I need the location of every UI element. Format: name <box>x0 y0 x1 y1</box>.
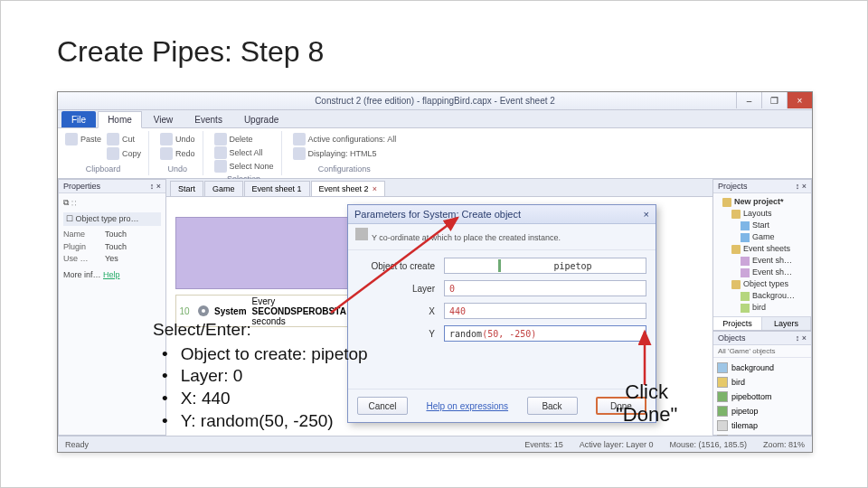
display-icon <box>293 147 306 160</box>
info-icon <box>355 228 368 240</box>
projects-pin[interactable]: ↕ × <box>796 182 807 191</box>
help-expressions-link[interactable]: Help on expressions <box>426 401 508 411</box>
undo-button[interactable]: Undo <box>160 133 195 145</box>
y-input[interactable]: random(50, -250) <box>444 325 646 342</box>
projects-panel: Projects↕ × New project* Layouts Start G… <box>712 179 812 331</box>
selectnone-icon <box>214 160 227 173</box>
properties-toolbar[interactable]: ⧉ ∷ <box>63 197 161 210</box>
paste-button[interactable]: Paste <box>65 133 101 145</box>
group-undo: Undo <box>160 164 195 174</box>
object-item[interactable]: tilemap <box>717 418 807 433</box>
tab-home[interactable]: Home <box>98 111 142 128</box>
status-events: Events: 15 <box>524 440 563 449</box>
object-input[interactable]: pipetop <box>444 258 646 274</box>
tab-start[interactable]: Start <box>170 181 203 196</box>
prop-name-key: Name <box>63 229 101 241</box>
group-configurations: Configurations <box>293 164 397 174</box>
maximize-button[interactable]: ❐ <box>761 92 787 108</box>
objects-pin[interactable]: ↕ × <box>796 333 807 343</box>
tab-file[interactable]: File <box>61 111 96 127</box>
eventsheet-icon <box>741 257 750 266</box>
status-mouse: Mouse: (1516, 185.5) <box>669 440 747 449</box>
dialog-title: Parameters for System: Create object <box>354 209 521 220</box>
x-label: X <box>357 306 444 316</box>
x-input[interactable]: 440 <box>444 303 646 319</box>
object-item[interactable]: pipetop <box>717 404 807 418</box>
parameters-dialog: Parameters for System: Create object × Y… <box>347 204 656 423</box>
properties-pin[interactable]: ↕ × <box>150 182 161 191</box>
status-zoom: Zoom: 81% <box>763 440 805 449</box>
objects-title: Objects <box>718 333 746 343</box>
object-item[interactable]: background <box>717 361 807 375</box>
status-bar: Ready Events: 15 Active layer: Layer 0 M… <box>58 436 812 452</box>
prop-name-val[interactable]: Touch <box>105 229 127 241</box>
object-label: Object to create <box>357 261 444 271</box>
tab-view[interactable]: View <box>144 111 184 127</box>
svg-point-1 <box>202 309 205 313</box>
gear-icon <box>196 304 211 318</box>
copy-button[interactable]: Copy <box>107 147 141 160</box>
objects-sub: All 'Game' objects <box>713 345 811 358</box>
close-icon[interactable]: × <box>373 184 377 193</box>
prop-moreinfo: More inf… <box>63 270 101 279</box>
ribbon: Paste Cut Copy Clipboard Undo Redo Undo … <box>58 128 812 179</box>
dialog-description: Y co-ordinate at which to place the crea… <box>372 233 561 242</box>
redo-button[interactable]: Redo <box>160 147 195 160</box>
tab-game[interactable]: Game <box>204 181 243 196</box>
activecfg-label[interactable]: Active configurations: All <box>293 133 397 145</box>
undo-icon <box>160 133 173 145</box>
event-number: 10 <box>176 306 193 316</box>
dialog-close-button[interactable]: × <box>644 209 649 220</box>
prop-plugin-key: Plugin <box>63 241 101 254</box>
event-line1: Every <box>252 296 346 306</box>
tab-projects[interactable]: Projects <box>713 317 762 330</box>
folder-icon <box>731 210 741 219</box>
redo-icon <box>160 147 173 160</box>
status-layer: Active layer: Layer 0 <box>580 440 654 449</box>
event-object: System <box>214 306 247 316</box>
prop-use-key: Use … <box>63 253 101 266</box>
projects-title: Projects <box>718 182 748 191</box>
prop-plugin-val: Touch <box>105 241 127 254</box>
event-line2: SECONDSPEROBSTA <box>252 306 346 316</box>
eventsheet-icon <box>741 268 750 277</box>
tab-eventsheet2[interactable]: Event sheet 2× <box>311 181 385 196</box>
objects-panel: Objects↕ × All 'Game' objects background… <box>712 331 812 436</box>
folder-icon <box>731 245 741 254</box>
status-ready: Ready <box>65 440 89 449</box>
object-item[interactable]: pipebottom <box>717 389 807 404</box>
selectnone-button[interactable]: Select None <box>214 160 274 173</box>
config-icon <box>293 133 306 145</box>
folder-icon <box>731 280 741 289</box>
ribbon-tabstrip: File Home View Events Upgrade <box>58 110 812 128</box>
selectall-button[interactable]: Select All <box>214 146 274 159</box>
tab-layers[interactable]: Layers <box>762 317 811 330</box>
properties-title: Properties <box>63 182 100 191</box>
displaying-label[interactable]: Displaying: HTML5 <box>293 147 397 160</box>
cut-button[interactable]: Cut <box>107 133 141 145</box>
object-item[interactable]: bird <box>717 375 807 389</box>
layer-input[interactable]: 0 <box>444 280 646 296</box>
group-clipboard: Clipboard <box>65 164 141 174</box>
instruction-list: Select/Enter: Object to create: pipetop … <box>153 319 368 432</box>
folder-icon <box>722 198 731 207</box>
close-button[interactable]: × <box>787 92 812 108</box>
prop-help-link[interactable]: Help <box>103 270 120 279</box>
prop-use-val[interactable]: Yes <box>105 253 118 266</box>
delete-button[interactable]: Delete <box>214 133 274 145</box>
instruction-click-done: Click "Done" <box>616 380 677 427</box>
window-title: Construct 2 (free edition) - flappingBir… <box>315 96 555 106</box>
cut-icon <box>107 133 119 145</box>
properties-panel: Properties↕ × ⧉ ∷ ☐ Object type pro… Nam… <box>58 179 166 436</box>
layout-icon <box>741 233 750 242</box>
project-tree[interactable]: New project* Layouts Start Game Event sh… <box>713 193 811 316</box>
minimize-button[interactable]: – <box>736 92 761 108</box>
tab-upgrade[interactable]: Upgrade <box>234 111 288 127</box>
selectall-icon <box>214 146 227 159</box>
tab-events[interactable]: Events <box>184 111 232 127</box>
back-button[interactable]: Back <box>527 397 578 415</box>
tab-eventsheet1[interactable]: Event sheet 1 <box>244 181 310 196</box>
object-icon <box>741 304 750 313</box>
slide-title: Create Pipes: Step 8 <box>57 35 324 69</box>
window-titlebar: Construct 2 (free edition) - flappingBir… <box>58 92 812 110</box>
